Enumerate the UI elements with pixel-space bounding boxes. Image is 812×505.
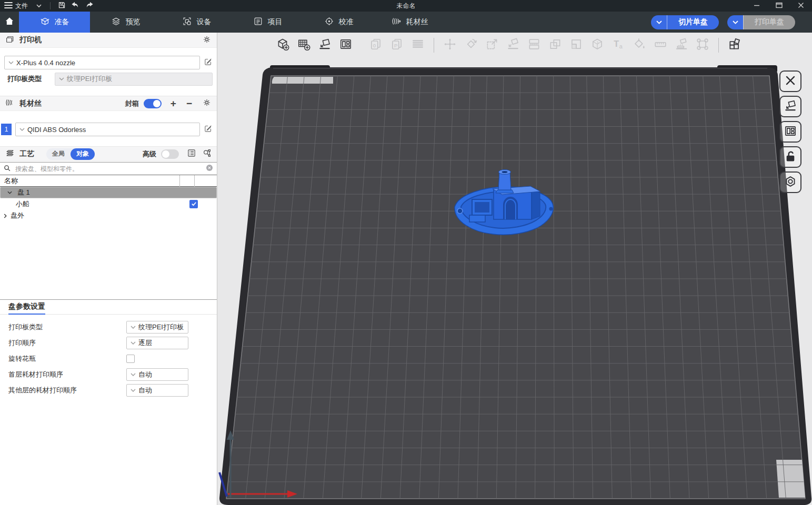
plate-action-buttons bbox=[779, 70, 801, 193]
svg-text:a: a bbox=[619, 43, 623, 49]
spiral-vase-checkbox[interactable] bbox=[126, 355, 135, 363]
slice-plate-button[interactable]: 切片单盘 bbox=[651, 15, 719, 29]
clear-icon[interactable] bbox=[205, 164, 214, 174]
plate-settings-icon bbox=[784, 175, 797, 190]
tab-label: 校准 bbox=[339, 17, 354, 27]
param-first-layer-order-select[interactable]: 自动 bbox=[126, 368, 188, 381]
svg-text:P: P bbox=[394, 43, 398, 48]
lock-plate-button[interactable] bbox=[779, 146, 801, 168]
object-search-button[interactable] bbox=[202, 148, 212, 159]
tree-row-plate1[interactable]: 盘 1 bbox=[0, 187, 217, 198]
tab-device[interactable]: 设备 bbox=[161, 12, 232, 33]
assembly-button[interactable] bbox=[726, 36, 744, 54]
split-objects-icon bbox=[548, 37, 562, 53]
box-toggle[interactable] bbox=[144, 99, 162, 108]
lock-plate-icon bbox=[784, 149, 797, 165]
seam-icon bbox=[696, 37, 709, 53]
add-filament-button[interactable]: + bbox=[171, 98, 176, 108]
plate-type-select[interactable]: 纹理PEI打印板 bbox=[55, 73, 213, 86]
arrange-button[interactable] bbox=[337, 36, 355, 54]
filament-settings-button[interactable] bbox=[202, 98, 212, 109]
printer-edit-button[interactable] bbox=[204, 57, 213, 68]
maximize-icon bbox=[776, 2, 783, 10]
toolbar-separator bbox=[718, 38, 719, 53]
filament-slot-badge: 1 bbox=[1, 124, 12, 135]
search-input[interactable] bbox=[14, 165, 202, 173]
process-section-header: 工艺 全局 对象 高级 bbox=[0, 146, 217, 161]
parameter-list-button[interactable] bbox=[187, 148, 196, 159]
tab-calibrate[interactable]: 校准 bbox=[303, 12, 374, 33]
chevron-right-icon[interactable] bbox=[0, 214, 11, 218]
chevron-down-icon bbox=[131, 341, 136, 345]
name-column-header[interactable]: 名称 bbox=[0, 175, 217, 187]
file-menu[interactable]: 文件 bbox=[0, 0, 32, 12]
tree-row-label: 小船 bbox=[16, 199, 29, 209]
tree-row-label: 盘 1 bbox=[17, 188, 30, 197]
boolean-button bbox=[588, 36, 606, 54]
auto-orient-button[interactable] bbox=[779, 96, 801, 117]
model-benchy[interactable] bbox=[447, 167, 560, 246]
tree-row-boat[interactable]: 小船 bbox=[0, 198, 217, 210]
paste-icon: P bbox=[390, 37, 404, 53]
printer-settings-button[interactable] bbox=[202, 35, 212, 46]
boat-visibility-checkbox[interactable] bbox=[189, 200, 198, 208]
print-plate-button[interactable]: 打印单盘 bbox=[727, 15, 795, 29]
tab-preview[interactable]: 预览 bbox=[90, 12, 161, 33]
search-icon bbox=[3, 164, 11, 174]
close-button[interactable] bbox=[790, 0, 812, 12]
chevron-down-icon bbox=[59, 77, 64, 80]
box-label: 封箱 bbox=[125, 99, 139, 108]
maximize-button[interactable] bbox=[768, 0, 790, 12]
checkmark-icon bbox=[191, 200, 197, 208]
undo-button[interactable] bbox=[68, 0, 82, 12]
auto-orient-button[interactable] bbox=[316, 36, 334, 54]
plate-settings-button[interactable] bbox=[779, 171, 801, 193]
param-print-order-select[interactable]: 逐层 bbox=[126, 337, 188, 349]
printer-icon bbox=[5, 35, 15, 46]
param-plate-type-select[interactable]: 纹理PEI打印板 bbox=[126, 321, 188, 334]
save-icon bbox=[58, 1, 66, 11]
print-plate-label: 打印单盘 bbox=[743, 15, 795, 29]
filament-preset-value: QIDI ABS Odorless bbox=[27, 126, 86, 134]
filament-edit-button[interactable] bbox=[204, 124, 213, 135]
gear-icon bbox=[202, 35, 212, 46]
minimize-button[interactable] bbox=[746, 0, 768, 12]
segment-global[interactable]: 全局 bbox=[46, 148, 71, 160]
advanced-toggle[interactable] bbox=[161, 149, 179, 159]
viewport-toolbar: 0PTa bbox=[272, 34, 745, 56]
filament-preset-select[interactable]: QIDI ABS Odorless bbox=[15, 123, 200, 136]
tab-prepare[interactable]: 准备 bbox=[19, 12, 90, 33]
auto-orient-icon bbox=[784, 99, 797, 115]
object-search-icon bbox=[202, 148, 212, 159]
segment-objects[interactable]: 对象 bbox=[71, 148, 95, 160]
param-other-layer-order-select[interactable]: 自动 bbox=[126, 384, 188, 397]
paint-icon bbox=[633, 37, 646, 53]
paint-button bbox=[630, 36, 648, 54]
arrange-list-button bbox=[409, 36, 427, 54]
print-dropdown-icon[interactable] bbox=[727, 15, 743, 29]
main-tabbar: 准备 预览 设备 项目 校准 bbox=[0, 12, 812, 33]
tab-project[interactable]: 项目 bbox=[232, 12, 303, 33]
redo-button[interactable] bbox=[82, 0, 96, 12]
assembly-icon bbox=[728, 37, 741, 53]
slice-dropdown-icon[interactable] bbox=[651, 15, 667, 29]
add-plate-button[interactable] bbox=[295, 36, 313, 54]
printer-preset-select[interactable]: X-Plus 4 0.4 nozzle bbox=[4, 56, 200, 69]
arrange-button[interactable] bbox=[779, 121, 801, 143]
remove-filament-button[interactable]: − bbox=[186, 98, 192, 108]
viewport-3d[interactable]: 0PTa bbox=[217, 33, 812, 505]
add-model-icon bbox=[276, 37, 289, 53]
delete-plate-button[interactable] bbox=[779, 70, 801, 92]
add-model-button[interactable] bbox=[274, 36, 292, 54]
home-button[interactable] bbox=[0, 12, 19, 33]
home-icon bbox=[4, 16, 15, 28]
tab-label: 预览 bbox=[126, 17, 141, 27]
save-button[interactable] bbox=[55, 0, 68, 12]
calibrate-icon bbox=[324, 16, 334, 28]
tab-filament[interactable]: 耗材丝 bbox=[374, 12, 445, 33]
text-icon: Ta bbox=[611, 37, 625, 53]
chevron-down-icon[interactable] bbox=[4, 191, 15, 194]
lay-flat-button bbox=[504, 36, 522, 54]
file-chevron-icon[interactable] bbox=[32, 0, 46, 12]
tree-row-outside[interactable]: 盘外 bbox=[0, 210, 217, 221]
